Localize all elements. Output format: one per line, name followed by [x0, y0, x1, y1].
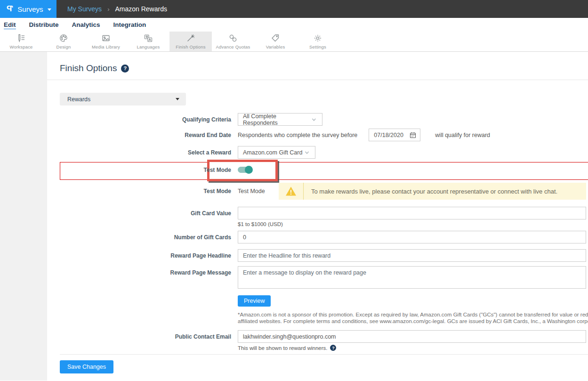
test-mode-status-value: Test Mode	[238, 188, 279, 195]
test-mode-status-label: Test Mode	[47, 188, 238, 195]
toolbar-item-media-library[interactable]: Media Library	[85, 32, 127, 51]
help-icon[interactable]: ?	[121, 65, 129, 73]
reward-page-headline-label: Reward Page Headline	[47, 249, 238, 259]
left-gutter	[0, 52, 47, 381]
chevron-down-icon	[304, 149, 310, 156]
toolbar-item-advance-quotas[interactable]: Advance Quotas	[212, 32, 254, 51]
toggle-knob	[245, 166, 253, 174]
test-mode-toggle[interactable]	[238, 167, 252, 173]
breadcrumb-my-surveys[interactable]: My Surveys	[67, 5, 102, 13]
gift-card-value-label: Gift Card Value	[47, 207, 238, 217]
app-window: Ƥ Surveys My Surveys › Amazon Rewards Ed…	[0, 0, 588, 381]
reward-end-date-input[interactable]: 07/18/2020	[369, 129, 420, 141]
surveys-menu-button[interactable]: Ƥ Surveys	[0, 0, 56, 18]
reward-page-headline-input[interactable]	[238, 249, 586, 262]
tab-analytics[interactable]: Analytics	[65, 21, 107, 28]
reward-end-date-prefix: Respondents who complete the survey befo…	[238, 129, 357, 138]
qualifying-criteria-label: Qualifying Criteria	[47, 113, 238, 123]
page-title: Finish Options	[60, 63, 117, 73]
warning-message: To make rewards live, please contact you…	[304, 188, 557, 195]
finish-options-panel: Finish Options ? Rewards Qualifying Crit…	[47, 52, 588, 381]
public-contact-email-label: Public Contact Email	[47, 330, 238, 340]
product-name: Surveys	[17, 5, 43, 13]
reward-end-date-label: Reward End Date	[47, 129, 238, 138]
breadcrumb-current-survey: Amazon Rewards	[115, 5, 167, 13]
toolbar-item-design[interactable]: Design	[42, 32, 85, 51]
main-nav-tabs: Edit Distribute Analytics Integration	[0, 18, 588, 32]
magic-wand-icon	[186, 33, 195, 43]
reward-end-date-suffix: will qualify for reward	[435, 129, 490, 138]
help-icon[interactable]: ?	[330, 345, 336, 351]
questionpro-logo-icon: Ƥ	[7, 4, 13, 14]
public-contact-email-helper: This will be shown to reward winners.	[238, 345, 327, 351]
links-icon	[228, 33, 238, 43]
reward-page-message-textarea[interactable]	[238, 266, 586, 289]
qualifying-criteria-select[interactable]: All Complete Respondents	[238, 113, 322, 126]
breadcrumb-separator: ›	[107, 6, 109, 13]
toolbar-item-finish-options[interactable]: Finish Options	[169, 32, 212, 51]
select-reward-label: Select a Reward	[47, 146, 238, 156]
test-mode-toggle-row: Test Mode	[47, 160, 588, 181]
divider	[60, 354, 588, 355]
chevron-down-icon	[176, 98, 179, 100]
tab-edit[interactable]: Edit	[4, 21, 23, 28]
divider	[47, 80, 588, 80]
edit-toolbar: Workspace Design Media Library	[0, 32, 588, 52]
number-of-gift-cards-label: Number of Gift Cards	[47, 231, 238, 241]
public-contact-email-input[interactable]	[238, 330, 586, 343]
amazon-disclaimer-line2: affiliated websites. For complete terms …	[238, 318, 588, 324]
reward-page-message-label: Reward Page Message	[47, 266, 238, 276]
gift-card-value-helper: $1 to $1000 (USD)	[238, 221, 586, 227]
tab-distribute[interactable]: Distribute	[23, 21, 65, 28]
calendar-icon[interactable]	[410, 132, 416, 138]
test-mode-warning-banner: To make rewards live, please contact you…	[279, 183, 586, 200]
toolbar-item-variables[interactable]: Variables	[254, 32, 297, 51]
warning-triangle-icon	[285, 186, 297, 196]
preview-button[interactable]: Preview	[238, 295, 271, 307]
number-of-gift-cards-input[interactable]	[238, 231, 586, 243]
gear-icon	[313, 33, 322, 43]
image-icon	[101, 33, 111, 43]
amazon-disclaimer-line1: *Amazon.com is not a sponsor of this pro…	[238, 311, 588, 318]
palette-icon	[59, 33, 68, 43]
translate-icon	[144, 33, 153, 43]
workspace-icon	[16, 33, 26, 43]
tab-integration[interactable]: Integration	[107, 21, 153, 28]
tag-icon	[271, 33, 280, 43]
chevron-down-icon	[48, 8, 51, 11]
test-mode-toggle-label: Test Mode	[47, 166, 238, 173]
gift-card-value-input[interactable]	[238, 207, 586, 219]
toolbar-item-settings[interactable]: Settings	[297, 32, 339, 51]
save-changes-button[interactable]: Save Changes	[60, 360, 113, 373]
toolbar-item-languages[interactable]: Languages	[127, 32, 169, 51]
chevron-down-icon	[311, 116, 317, 123]
top-bar: Ƥ Surveys My Surveys › Amazon Rewards	[0, 0, 588, 18]
breadcrumb: My Surveys › Amazon Rewards	[56, 0, 588, 18]
rewards-section-dropdown[interactable]: Rewards	[60, 93, 186, 105]
select-reward-select[interactable]: Amazon.com Gift Card	[238, 146, 315, 159]
toolbar-item-workspace[interactable]: Workspace	[0, 32, 42, 51]
